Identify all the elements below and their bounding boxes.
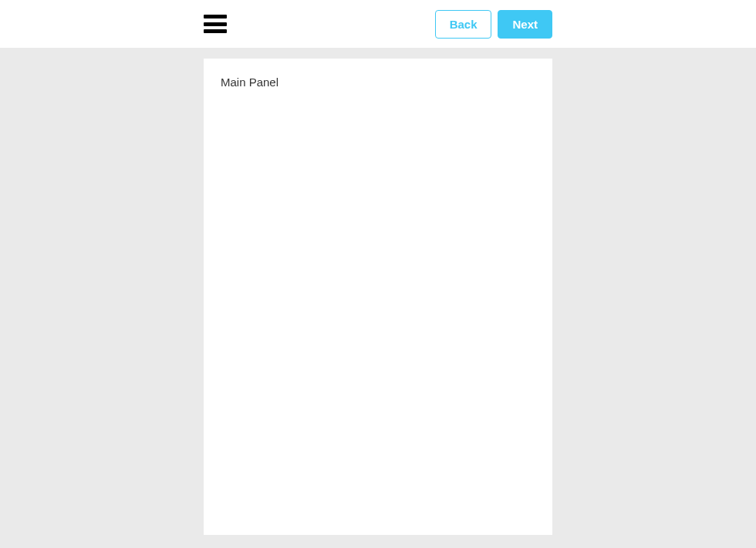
content-area: Main Panel [0,48,756,535]
header-inner: Back Next [204,10,552,39]
header: Back Next [0,0,756,48]
next-button[interactable]: Next [498,10,552,39]
header-buttons: Back Next [435,10,552,39]
menu-icon[interactable] [204,15,227,33]
main-panel: Main Panel [204,59,552,535]
panel-title: Main Panel [221,76,535,89]
back-button[interactable]: Back [435,10,492,39]
